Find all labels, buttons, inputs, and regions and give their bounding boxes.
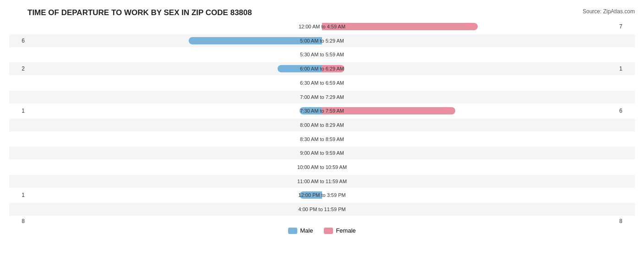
female-bar-wrap xyxy=(322,121,617,129)
bars-section: 6:30 AM to 6:59 AM xyxy=(27,76,617,89)
female-bar-wrap xyxy=(322,37,617,45)
male-bar-wrap xyxy=(27,121,322,129)
table-row: 6:30 AM to 6:59 AM xyxy=(9,76,635,89)
axis-right: 8 xyxy=(617,218,635,224)
female-bar-wrap xyxy=(322,79,617,87)
bars-section: 10:00 AM to 10:59 AM xyxy=(27,161,617,174)
female-bar-wrap xyxy=(322,205,617,213)
bars-section: 6:00 AM to 6:29 AM xyxy=(27,62,617,75)
male-swatch xyxy=(288,228,297,234)
male-value: 6 xyxy=(9,38,27,44)
legend-female: Female xyxy=(324,227,355,234)
table-row: 10:00 AM to 10:59 AM xyxy=(9,161,635,174)
table-row: 2 6:00 AM to 6:29 AM 1 xyxy=(9,62,635,75)
female-bar-wrap xyxy=(322,107,617,115)
female-bar xyxy=(322,107,455,114)
male-bar-wrap xyxy=(27,93,322,101)
male-bar-wrap xyxy=(27,22,322,31)
table-row: 4:00 PM to 11:59 PM xyxy=(9,203,635,216)
table-row: 11:00 AM to 11:59 AM xyxy=(9,175,635,188)
bars-section: 7:30 AM to 7:59 AM xyxy=(27,104,617,117)
female-bar-wrap xyxy=(322,50,617,59)
male-bar-wrap xyxy=(27,205,322,213)
male-bar-wrap xyxy=(27,37,322,45)
male-value: 1 xyxy=(9,108,27,114)
male-bar xyxy=(278,65,322,72)
male-bar-wrap xyxy=(27,79,322,87)
bars-section: 8:30 AM to 8:59 AM xyxy=(27,133,617,146)
bars-section: 4:00 PM to 11:59 PM xyxy=(27,203,617,216)
male-bar-wrap xyxy=(27,191,322,199)
male-bar-wrap xyxy=(27,107,322,115)
male-bar xyxy=(300,191,322,199)
female-label: Female xyxy=(336,227,355,234)
chart-area: 12:00 AM to 4:59 AM 7 6 5:00 AM to 5:29 … xyxy=(9,20,635,238)
axis-left: 8 xyxy=(9,218,27,224)
bars-section: 5:30 AM to 5:59 AM xyxy=(27,48,617,61)
row-container: 12:00 AM to 4:59 AM 7 6 5:00 AM to 5:29 … xyxy=(9,20,635,224)
female-bar-wrap xyxy=(322,191,617,199)
legend: Male Female xyxy=(9,227,635,234)
bars-section: 5:00 AM to 5:29 AM xyxy=(27,34,617,47)
female-value: 7 xyxy=(617,23,635,30)
male-value: 1 xyxy=(9,192,27,198)
table-row: 1 7:30 AM to 7:59 AM 6 xyxy=(9,104,635,117)
source-label: Source: ZipAtlas.com xyxy=(583,8,635,15)
male-label: Male xyxy=(300,227,313,234)
table-row: 7:00 AM to 7:29 AM xyxy=(9,91,635,103)
female-bar-wrap xyxy=(322,22,617,31)
male-bar-wrap xyxy=(27,177,322,185)
male-bar-wrap xyxy=(27,149,322,157)
legend-male: Male xyxy=(288,227,313,234)
bars-section: 12:00 PM to 3:59 PM xyxy=(27,189,617,201)
female-value: 6 xyxy=(617,108,635,114)
female-swatch xyxy=(324,228,333,234)
male-bar xyxy=(189,37,322,44)
male-bar-wrap xyxy=(27,163,322,171)
female-bar-wrap xyxy=(322,65,617,73)
female-bar-wrap xyxy=(322,177,617,185)
table-row: 5:30 AM to 5:59 AM xyxy=(9,48,635,61)
table-row: 6 5:00 AM to 5:29 AM xyxy=(9,34,635,47)
male-bar xyxy=(300,107,322,114)
table-row: 9:00 AM to 9:59 AM xyxy=(9,147,635,159)
chart-container: TIME OF DEPARTURE TO WORK BY SEX IN ZIP … xyxy=(0,0,644,272)
table-row: 1 12:00 PM to 3:59 PM xyxy=(9,189,635,201)
female-bar xyxy=(322,23,478,30)
table-row: 8:30 AM to 8:59 AM xyxy=(9,133,635,146)
male-value: 2 xyxy=(9,65,27,72)
male-bar-wrap xyxy=(27,50,322,59)
female-bar-wrap xyxy=(322,149,617,157)
bars-section: 12:00 AM to 4:59 AM xyxy=(27,20,617,33)
table-row: 8:00 AM to 8:29 AM xyxy=(9,119,635,131)
bars-section: 11:00 AM to 11:59 AM xyxy=(27,175,617,188)
male-bar-wrap xyxy=(27,135,322,143)
female-bar-wrap xyxy=(322,93,617,101)
female-bar xyxy=(322,65,344,72)
axis-row: 8 8 xyxy=(9,217,635,224)
bars-section: 9:00 AM to 9:59 AM xyxy=(27,147,617,159)
chart-title: TIME OF DEPARTURE TO WORK BY SEX IN ZIP … xyxy=(9,8,635,17)
male-bar-wrap xyxy=(27,65,322,73)
bars-section: 7:00 AM to 7:29 AM xyxy=(27,91,617,103)
female-value: 1 xyxy=(617,65,635,72)
table-row: 12:00 AM to 4:59 AM 7 xyxy=(9,20,635,33)
female-bar-wrap xyxy=(322,163,617,171)
female-bar-wrap xyxy=(322,135,617,143)
bars-section: 8:00 AM to 8:29 AM xyxy=(27,119,617,131)
